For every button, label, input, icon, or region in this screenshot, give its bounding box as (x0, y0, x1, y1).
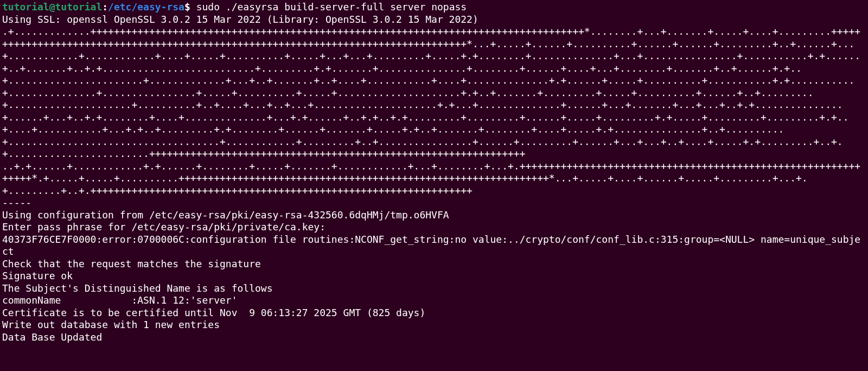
output-line: Enter pass phrase for /etc/easy-rsa/pki/… (2, 221, 866, 234)
output-line: Certificate is to be certified until Nov… (2, 307, 866, 319)
prompt-separator: : (102, 1, 108, 12)
prompt-dollar: $ (184, 1, 196, 12)
output-line: .+.............+++++++++++++++++++++++++… (2, 26, 866, 160)
output-line: ----- (2, 197, 866, 209)
output-line: ..+.+......+............+.+......+......… (2, 160, 866, 197)
prompt-line: tutorial@tutorial:/etc/easy-rsa$ sudo ./… (2, 1, 467, 12)
output-line: Data Base Updated (2, 331, 866, 344)
prompt-path: /etc/easy-rsa (108, 1, 184, 12)
command-input[interactable]: sudo ./easyrsa build-server-full server … (196, 1, 467, 12)
output-line: 40373F76CE7F0000:error:0700006C:configur… (2, 234, 866, 258)
output-line: commonName :ASN.1 12:'server' (2, 294, 866, 307)
prompt-user-host: tutorial@tutorial (2, 1, 102, 12)
terminal-viewport[interactable]: tutorial@tutorial:/etc/easy-rsa$ sudo ./… (0, 0, 868, 344)
output-line: The Subject's Distinguished Name is as f… (2, 282, 866, 295)
output-line: Signature ok (2, 270, 866, 282)
output-line: Using configuration from /etc/easy-rsa/p… (2, 209, 866, 222)
output-line: Write out database with 1 new entries (2, 319, 866, 331)
output-line: Using SSL: openssl OpenSSL 3.0.2 15 Mar … (2, 14, 866, 26)
output-line: Check that the request matches the signa… (2, 258, 866, 271)
